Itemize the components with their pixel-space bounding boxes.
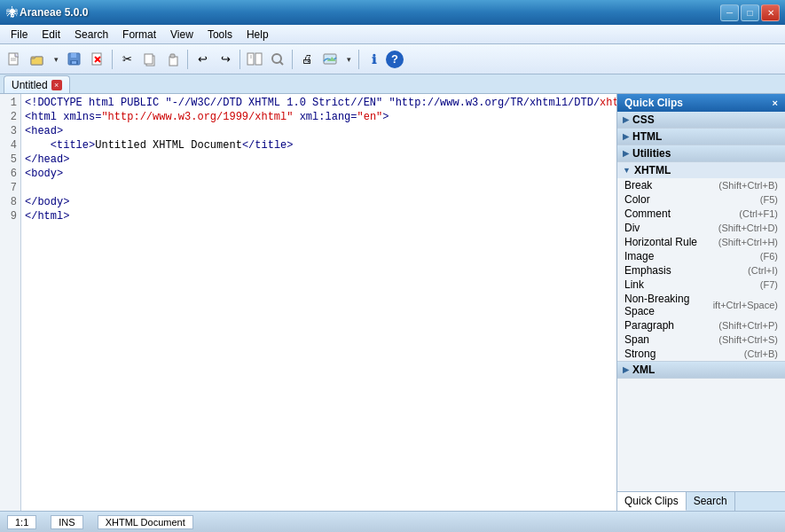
tab-bar: Untitled × xyxy=(0,74,785,94)
line-num-3: 3 xyxy=(0,124,17,138)
qc-section-header-xml[interactable]: ▶ XML xyxy=(617,362,785,378)
qc-item-hr-label: Horizontal Rule xyxy=(624,236,697,248)
qc-section-header-utilities[interactable]: ▶ Utilities xyxy=(617,145,785,161)
qc-section-header-css[interactable]: ▶ CSS xyxy=(617,112,785,128)
redo-button[interactable]: ↪ xyxy=(215,49,236,70)
menu-search[interactable]: Search xyxy=(67,27,115,43)
undo-button[interactable]: ↩ xyxy=(192,49,213,70)
qc-item-span[interactable]: Span (Shift+Ctrl+S) xyxy=(617,332,785,347)
svg-rect-7 xyxy=(72,61,76,64)
qc-item-link[interactable]: Link (F7) xyxy=(617,278,785,292)
qc-item-link-label: Link xyxy=(624,278,644,291)
menu-view[interactable]: View xyxy=(163,27,200,43)
tab-untitled[interactable]: Untitled × xyxy=(4,75,70,93)
app-icon: 🕷 xyxy=(5,5,20,20)
qc-item-image-label: Image xyxy=(624,250,654,262)
menu-format[interactable]: Format xyxy=(115,27,163,43)
maximize-button[interactable]: □ xyxy=(741,4,759,21)
status-bar: 1:1 INS XHTML Document xyxy=(0,511,785,532)
cut-button[interactable]: ✂ xyxy=(116,49,137,70)
qc-arrow-html: ▶ xyxy=(623,132,629,141)
qc-item-break-shortcut: (Shift+Ctrl+B) xyxy=(718,180,778,191)
menu-help[interactable]: Help xyxy=(239,27,276,43)
minimize-button[interactable]: ─ xyxy=(720,4,739,21)
qc-item-break[interactable]: Break (Shift+Ctrl+B) xyxy=(617,178,785,192)
svg-line-20 xyxy=(279,61,283,65)
code-line-2: <html xmlns="http://www.w3.org/1999/xhtm… xyxy=(25,110,613,124)
qc-item-nbsp-label: Non-Breaking Space xyxy=(624,293,713,317)
new-button[interactable] xyxy=(4,49,25,70)
open-button[interactable] xyxy=(27,49,48,70)
quick-clips-panel: Quick Clips × ▶ CSS ▶ HTML ▶ Utilities xyxy=(616,94,785,511)
qc-item-paragraph-label: Paragraph xyxy=(624,319,674,332)
qc-item-nbsp[interactable]: Non-Breaking Space ift+Ctrl+Space) xyxy=(617,292,785,318)
window-close-button[interactable]: ✕ xyxy=(761,4,780,21)
qc-item-div[interactable]: Div (Shift+Ctrl+D) xyxy=(617,221,785,235)
html-view-button[interactable] xyxy=(244,49,265,70)
qc-item-comment-label: Comment xyxy=(624,207,671,220)
qc-item-div-shortcut: (Shift+Ctrl+D) xyxy=(718,223,778,233)
qc-tab-search[interactable]: Search xyxy=(687,492,735,511)
qc-item-image[interactable]: Image (F6) xyxy=(617,249,785,263)
code-line-4: <title>Untitled XHTML Document</title> xyxy=(25,138,613,153)
main-area: 1 2 3 4 5 6 7 8 9 <!DOCTYPE html PUBLIC … xyxy=(0,94,785,511)
line-num-2: 2 xyxy=(0,110,17,124)
print-button[interactable]: 🖨 xyxy=(296,49,318,70)
qc-section-label-xhtml: XHTML xyxy=(634,164,671,176)
code-line-3: <head> xyxy=(25,124,613,138)
qc-item-image-shortcut: (F6) xyxy=(760,251,778,262)
quick-clips-close[interactable]: × xyxy=(773,98,778,108)
qc-item-span-label: Span xyxy=(624,333,649,346)
preview-button[interactable] xyxy=(319,49,341,70)
qc-arrow-xhtml: ▼ xyxy=(623,166,631,175)
help-button[interactable]: ? xyxy=(386,51,404,68)
separator-4 xyxy=(292,50,293,69)
qc-item-strong-label: Strong xyxy=(624,348,655,360)
qc-section-label-utilities: Utilities xyxy=(632,147,671,160)
tab-close-button[interactable]: × xyxy=(51,80,62,90)
open-dropdown[interactable]: ▾ xyxy=(50,49,62,70)
editor-area[interactable]: 1 2 3 4 5 6 7 8 9 <!DOCTYPE html PUBLIC … xyxy=(0,94,616,511)
qc-item-color[interactable]: Color (F5) xyxy=(617,192,785,207)
line-num-1: 1 xyxy=(0,96,17,110)
qc-item-comment[interactable]: Comment (Ctrl+F1) xyxy=(617,207,785,221)
qc-item-emphasis-label: Emphasis xyxy=(624,264,671,277)
qc-section-html: ▶ HTML xyxy=(617,129,785,145)
qc-item-hr[interactable]: Horizontal Rule (Shift+Ctrl+H) xyxy=(617,235,785,249)
save-button[interactable] xyxy=(64,49,85,70)
preview-dropdown[interactable]: ▾ xyxy=(342,49,355,70)
menu-file[interactable]: File xyxy=(4,27,35,43)
qc-tab-quickclips[interactable]: Quick Clips xyxy=(617,492,687,511)
code-line-1: <!DOCTYPE html PUBLIC "-//W3C//DTD XHTML… xyxy=(25,96,613,110)
qc-arrow-xml: ▶ xyxy=(623,365,629,374)
qc-item-paragraph-shortcut: (Shift+Ctrl+P) xyxy=(718,320,778,331)
qc-item-comment-shortcut: (Ctrl+F1) xyxy=(739,208,778,219)
qc-item-emphasis-shortcut: (Ctrl+I) xyxy=(748,265,778,276)
code-editor[interactable]: <!DOCTYPE html PUBLIC "-//W3C//DTD XHTML… xyxy=(21,94,616,511)
qc-section-header-html[interactable]: ▶ HTML xyxy=(617,129,785,145)
separator-5 xyxy=(358,50,359,69)
copy-button[interactable] xyxy=(139,49,161,70)
svg-rect-15 xyxy=(247,53,254,65)
qc-item-paragraph[interactable]: Paragraph (Shift+Ctrl+P) xyxy=(617,318,785,332)
menu-bar: File Edit Search Format View Tools Help xyxy=(0,25,785,44)
qc-section-label-css: CSS xyxy=(632,113,655,126)
code-line-6: <body> xyxy=(25,167,613,181)
line-numbers: 1 2 3 4 5 6 7 8 9 xyxy=(0,94,21,511)
qc-item-strong-shortcut: (Ctrl+B) xyxy=(744,348,778,359)
info-button[interactable]: ℹ xyxy=(363,49,384,70)
status-position: 1:1 xyxy=(7,515,36,529)
qc-section-css: ▶ CSS xyxy=(617,112,785,129)
code-line-5: </head> xyxy=(25,153,613,167)
paste-button[interactable] xyxy=(162,49,184,70)
qc-item-strong[interactable]: Strong (Ctrl+B) xyxy=(617,347,785,361)
find-button[interactable] xyxy=(267,49,288,70)
menu-tools[interactable]: Tools xyxy=(200,27,239,43)
menu-edit[interactable]: Edit xyxy=(35,27,67,43)
qc-arrow-utilities: ▶ xyxy=(623,149,629,158)
qc-section-header-xhtml[interactable]: ▼ XHTML xyxy=(617,162,785,178)
close-doc-button[interactable] xyxy=(87,49,108,70)
qc-item-emphasis[interactable]: Emphasis (Ctrl+I) xyxy=(617,263,785,278)
status-doctype: XHTML Document xyxy=(98,515,193,529)
code-line-7 xyxy=(25,181,613,195)
